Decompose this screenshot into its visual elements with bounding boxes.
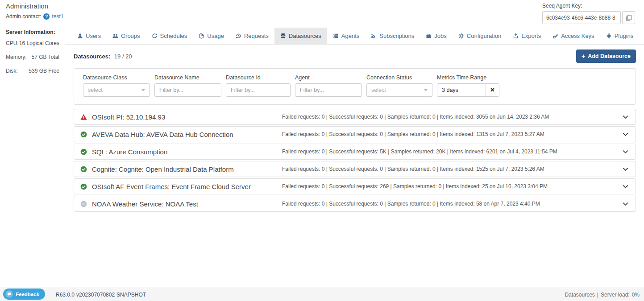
tab-label: Users bbox=[86, 33, 101, 39]
datasource-row[interactable]: Cognite: Cognite: Open Industrial Data P… bbox=[74, 161, 636, 177]
footer-context-label: Datasources bbox=[565, 292, 594, 298]
cpu-value: 16 Logical Cores bbox=[19, 40, 59, 46]
tab-subscriptions[interactable]: Subscriptions bbox=[365, 28, 420, 44]
admin-contact: Admin contact: ? test1 bbox=[6, 13, 63, 20]
server-info-row-cpu: CPU: 16 Logical Cores bbox=[6, 40, 59, 46]
tab-label: Agents bbox=[341, 33, 359, 39]
tab-label: Groups bbox=[121, 33, 140, 39]
datasource-class-select[interactable]: select bbox=[83, 83, 150, 97]
tab-configuration[interactable]: Configuration bbox=[453, 28, 507, 44]
tab-agents[interactable]: Agents bbox=[327, 28, 365, 44]
chevron-down-icon[interactable] bbox=[622, 113, 629, 121]
chevron-down-icon[interactable] bbox=[622, 183, 629, 190]
chevron-down-icon bbox=[141, 89, 145, 91]
datasource-row[interactable]: NOAA Weather Service: NOAA Test Failed r… bbox=[74, 196, 636, 212]
datasource-stats: Failed requests: 0 | Successful requests… bbox=[282, 114, 617, 120]
feed-icon bbox=[371, 33, 377, 39]
export-icon bbox=[513, 33, 519, 39]
datasource-name: OSIsoft PI: 52.10.194.93 bbox=[92, 113, 282, 121]
datasource-row[interactable]: OSIsoft PI: 52.10.194.93 Failed requests… bbox=[74, 109, 636, 125]
feedback-label: Feedback bbox=[16, 292, 39, 297]
status-bar: R63.0.0-v202307070802-SNAPSHOT Datasourc… bbox=[0, 288, 644, 301]
user-icon bbox=[77, 33, 83, 39]
server-load-label: Server load: bbox=[601, 292, 630, 298]
connection-status-icon bbox=[80, 113, 87, 120]
disk-value: 539 GB Free bbox=[29, 68, 59, 74]
datasource-name-filter-input[interactable] bbox=[154, 83, 221, 97]
pie-chart-icon bbox=[199, 33, 204, 39]
add-datasource-label: Add Datasource bbox=[588, 53, 631, 59]
server-info-row-memory: Memory: 57 GB Total bbox=[6, 54, 59, 60]
metrics-time-range-group: × bbox=[437, 83, 499, 97]
copy-button[interactable] bbox=[622, 11, 635, 24]
history-clock-icon bbox=[236, 33, 241, 39]
copy-icon bbox=[626, 15, 632, 21]
page-header: Administration Admin contact: ? test1 Se… bbox=[0, 0, 644, 26]
tab-users[interactable]: Users bbox=[71, 28, 107, 44]
chevron-down-icon bbox=[424, 89, 428, 91]
datasources-count-value: 19 / 20 bbox=[114, 53, 132, 60]
tab-jobs[interactable]: Jobs bbox=[420, 28, 452, 44]
datasource-list: OSIsoft PI: 52.10.194.93 Failed requests… bbox=[74, 109, 636, 212]
chevron-down-icon[interactable] bbox=[622, 131, 629, 138]
refresh-icon bbox=[152, 33, 158, 39]
tab-label: Requests bbox=[244, 33, 269, 39]
chevron-down-icon[interactable] bbox=[622, 148, 629, 156]
chevron-down-icon[interactable] bbox=[622, 200, 629, 208]
datasource-id-label: Datasource Id bbox=[226, 74, 291, 81]
plug-icon bbox=[606, 33, 612, 39]
tab-label: Schedules bbox=[160, 33, 187, 39]
memory-label: Memory: bbox=[6, 54, 27, 60]
connection-status-icon bbox=[80, 200, 87, 207]
tab-datasources[interactable]: Datasources bbox=[274, 28, 327, 44]
datasource-stats: Failed requests: 0 | Successful requests… bbox=[282, 131, 617, 137]
datasource-name-label: Datasource Name bbox=[154, 74, 221, 81]
admin-contact-link[interactable]: test1 bbox=[52, 13, 63, 20]
cpu-label: CPU: bbox=[6, 40, 19, 46]
datasource-class-label: Datasource Class bbox=[83, 74, 150, 81]
datasource-id-filter-input[interactable] bbox=[226, 83, 291, 97]
tab-label: Plugins bbox=[615, 33, 634, 39]
close-icon: × bbox=[490, 86, 494, 94]
version-text: R63.0.0-v202307070802-SNAPSHOT bbox=[56, 292, 146, 298]
tab-groups[interactable]: Groups bbox=[107, 28, 146, 44]
clear-metrics-filter-button[interactable]: × bbox=[486, 84, 499, 96]
datasource-name: SQL: Azure Consumption bbox=[92, 148, 282, 156]
datasources-header-row: Datasources: 19 / 20 + Add Datasource bbox=[74, 49, 636, 63]
tab-label: Datasources bbox=[289, 33, 321, 39]
tab-access-keys[interactable]: Access Keys bbox=[547, 28, 600, 44]
datasource-stats: Failed requests: 0 | Successful requests… bbox=[282, 148, 617, 155]
help-icon[interactable]: ? bbox=[43, 13, 50, 20]
datasource-row[interactable]: OSIsoft AF Event Frames: Event Frame Clo… bbox=[74, 178, 636, 194]
chevron-down-icon[interactable] bbox=[622, 165, 629, 173]
plus-icon: + bbox=[582, 53, 585, 60]
connection-status-label: Connection Status bbox=[366, 74, 432, 81]
connection-status-icon bbox=[80, 183, 87, 190]
admin-contact-label: Admin contact: bbox=[6, 13, 41, 20]
agent-filter-input[interactable] bbox=[295, 83, 362, 97]
tab-label: Access Keys bbox=[561, 33, 594, 39]
datasource-row[interactable]: SQL: Azure Consumption Failed requests: … bbox=[74, 144, 636, 160]
memory-value: 57 GB Total bbox=[32, 54, 59, 60]
tab-schedules[interactable]: Schedules bbox=[146, 28, 193, 44]
add-datasource-button[interactable]: + Add Datasource bbox=[576, 49, 636, 63]
tab-plugins[interactable]: Plugins bbox=[600, 28, 640, 44]
datasource-row[interactable]: AVEVA Data Hub: AVEVA Data Hub Connectio… bbox=[74, 126, 636, 142]
agent-key-section: Seeq Agent Key: bbox=[542, 3, 635, 24]
metrics-time-range-input[interactable] bbox=[437, 84, 486, 96]
server-info-row-disk: Disk: 539 GB Free bbox=[6, 68, 59, 74]
tab-requests[interactable]: Requests bbox=[230, 28, 274, 44]
select-placeholder: select bbox=[88, 87, 103, 93]
key-icon bbox=[553, 33, 558, 39]
feedback-button[interactable]: Feedback bbox=[3, 289, 45, 300]
disk-label: Disk: bbox=[6, 68, 18, 74]
server-icon bbox=[333, 33, 339, 39]
main-panel: Users Groups Schedules Usage Requests Da… bbox=[65, 26, 644, 288]
connection-status-select[interactable]: select bbox=[366, 83, 432, 97]
connection-status-icon bbox=[80, 148, 87, 155]
tab-label: Exports bbox=[521, 33, 541, 39]
agent-key-input[interactable] bbox=[542, 11, 621, 24]
tab-exports[interactable]: Exports bbox=[507, 28, 547, 44]
tab-usage[interactable]: Usage bbox=[193, 28, 230, 44]
datasource-name: OSIsoft AF Event Frames: Event Frame Clo… bbox=[92, 183, 282, 190]
